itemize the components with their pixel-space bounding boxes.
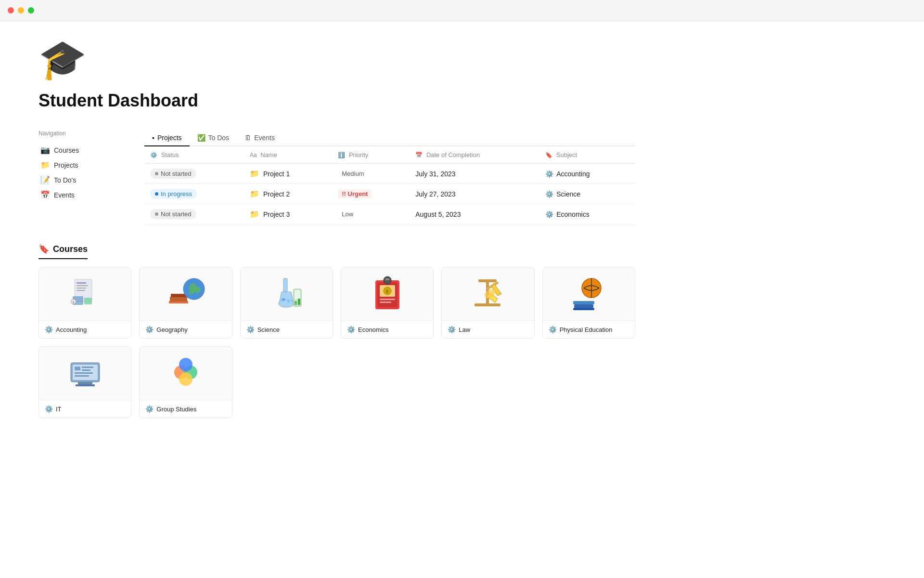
svg-rect-50 [75,372,93,374]
status-cell: Not started [144,164,244,184]
svg-rect-23 [295,301,297,305]
priority-cell: Low [332,204,410,224]
svg-point-14 [195,287,201,293]
economics-label: Economics [358,326,389,333]
courses-icon: 📷 [40,145,50,155]
events-label: Events [54,191,75,199]
course-card-pe[interactable]: ⚙️ Physical Education [542,267,635,339]
date-col-icon: 📅 [415,152,423,158]
accounting-icon: ⚙️ [45,326,53,333]
maximize-button[interactable] [28,7,34,13]
minimize-button[interactable] [18,7,24,13]
law-label: Law [459,326,470,333]
subject-name: Economics [556,210,589,218]
tab-events-icon: 🗓 [244,134,251,142]
svg-point-15 [189,291,193,295]
card-image-geography [140,267,231,320]
card-image-accounting: $ [39,267,131,320]
courses-label: Courses [54,146,79,154]
svg-point-18 [279,300,294,307]
card-label-law: ⚙️ Law [442,320,534,338]
subject-name: Science [556,190,580,198]
project-name: Project 1 [263,170,290,178]
pe-icon: ⚙️ [549,326,557,333]
status-cell: In progress [144,184,244,204]
courses-section: 🔖 Courses $ ⚙️ Accounting [38,244,635,418]
course-card-economics[interactable]: $ ⚙️ Economics [341,267,434,339]
it-icon: ⚙️ [45,405,53,413]
it-label: IT [56,406,62,413]
status-dot [155,172,158,175]
tab-todos-icon: ✅ [197,134,205,142]
tab-events[interactable]: 🗓 Events [237,130,282,146]
main-content: 🎓 Student Dashboard Navigation 📷 Courses… [0,21,674,437]
svg-rect-35 [478,279,497,282]
svg-rect-49 [82,369,90,371]
course-card-it[interactable]: ⚙️ IT [38,346,131,418]
tab-projects[interactable]: ▪ Projects [144,130,190,146]
svg-rect-52 [78,382,92,384]
tab-todos-label: To Dos [208,134,230,142]
svg-rect-16 [283,278,287,292]
course-card-group[interactable]: ⚙️ Group Studies [139,346,232,418]
priority-cell: Medium [332,164,410,184]
table-row[interactable]: Not started📁Project 1MediumJuly 31, 2023… [144,164,635,184]
sidebar-item-projects[interactable]: 📁 Projects [38,158,116,172]
table-row[interactable]: Not started📁Project 3LowAugust 5, 2023⚙️… [144,204,635,224]
svg-rect-24 [298,299,300,305]
sidebar-item-todos[interactable]: 📝 To Do's [38,172,116,187]
course-card-science[interactable]: ⚙️ Science [240,267,333,339]
tab-projects-label: Projects [157,134,182,142]
subject-cell: ⚙️Accounting [539,164,635,184]
priority-badge: Medium [338,169,368,178]
card-image-pe [543,267,635,320]
status-badge: Not started [150,209,196,219]
course-card-accounting[interactable]: $ ⚙️ Accounting [38,267,131,339]
card-image-economics: $ [341,267,433,320]
tabs: ▪ Projects ✅ To Dos 🗓 Events [144,130,635,146]
svg-rect-4 [77,290,85,291]
folder-icon: 📁 [250,169,259,178]
page-title: Student Dashboard [38,91,635,111]
svg-rect-31 [380,302,391,303]
status-badge: In progress [150,189,197,199]
card-label-science: ⚙️ Science [241,320,333,338]
course-card-law[interactable]: ⚙️ Law [441,267,534,339]
status-badge: Not started [150,169,196,179]
svg-point-57 [179,372,192,386]
projects-table: ⚙️ Status Aa Name ℹ️ Priority 📅 [144,146,635,224]
courses-section-title: 🔖 Courses [38,244,88,259]
economics-icon: ⚙️ [347,326,355,333]
col-name: Aa Name [244,146,332,164]
tab-events-label: Events [254,134,275,142]
col-priority: ℹ️ Priority [332,146,410,164]
status-col-icon: ⚙️ [150,152,157,158]
name-cell: 📁Project 2 [244,184,332,204]
subject-cell: ⚙️Economics [539,204,635,224]
sidebar-item-events[interactable]: 📅 Events [38,187,116,202]
projects-area: ▪ Projects ✅ To Dos 🗓 Events ⚙️ [144,130,635,224]
svg-point-56 [179,358,192,371]
card-image-science [241,267,333,320]
course-card-geography[interactable]: ⚙️ Geography [139,267,232,339]
table-row[interactable]: In progress📁Project 2!! UrgentJuly 27, 2… [144,184,635,204]
pe-label: Physical Education [560,326,613,333]
group-label: Group Studies [156,406,196,413]
subject-icon: ⚙️ [545,190,553,198]
svg-rect-22 [295,290,300,300]
subject-col-icon: 🔖 [545,152,552,158]
priority-badge: !! Urgent [338,189,372,198]
name-cell: 📁Project 1 [244,164,332,184]
svg-rect-6 [84,298,92,304]
close-button[interactable] [8,7,14,13]
card-label-group: ⚙️ Group Studies [140,400,231,418]
svg-point-19 [282,298,285,301]
folder-icon: 📁 [250,189,259,198]
sidebar-item-courses[interactable]: 📷 Courses [38,143,116,158]
law-icon: ⚙️ [448,326,456,333]
table-header-row: ⚙️ Status Aa Name ℹ️ Priority 📅 [144,146,635,164]
tab-todos[interactable]: ✅ To Dos [190,130,237,146]
card-label-geography: ⚙️ Geography [140,320,231,338]
nav-section: Navigation 📷 Courses 📁 Projects 📝 To Do'… [38,130,635,224]
name-cell: 📁Project 3 [244,204,332,224]
